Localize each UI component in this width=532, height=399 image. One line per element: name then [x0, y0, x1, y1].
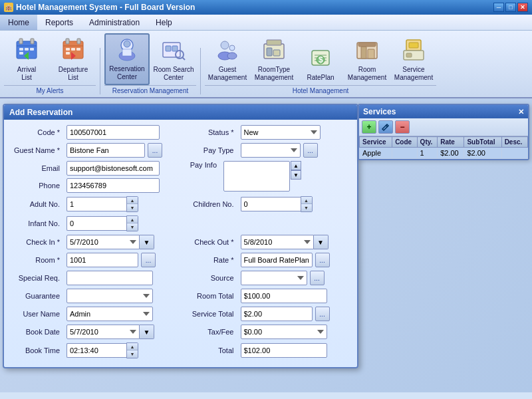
toolbar-rateplan[interactable]: $ RatePlan — [298, 33, 343, 85]
toolbar-arrival-list[interactable]: ArrivalList — [4, 33, 49, 85]
checkin-select[interactable]: 5/7/2010 — [66, 235, 140, 249]
email-input[interactable] — [66, 161, 160, 176]
toolbar-service-management[interactable]: ServiceManagement — [391, 33, 436, 85]
adult-no-spin-down[interactable]: ▼ — [127, 204, 138, 211]
book-time-label: Book Time — [11, 346, 64, 354]
toolbar-reservation-center[interactable]: ReservationCenter — [104, 33, 150, 85]
cell-subtotal: $2.00 — [464, 148, 501, 159]
pay-info-textarea[interactable] — [223, 161, 290, 192]
close-button[interactable]: ✕ — [517, 3, 528, 12]
col-subtotal: SubTotal — [464, 137, 501, 148]
add-reservation-dialog: Add Reservation Code * Status * New Conf… — [3, 104, 358, 368]
tax-fee-select[interactable]: $0.00$5.00 — [241, 325, 327, 339]
book-date-label: Book Date — [11, 328, 64, 336]
services-table: Service Code Qty. Rate SubTotal Desc. Ap… — [359, 136, 528, 159]
room-browse-button[interactable]: ... — [141, 253, 156, 267]
book-date-calendar-button[interactable]: ▼ — [140, 325, 154, 339]
menu-reports[interactable]: Reports — [37, 15, 81, 30]
room-total-label: Room Total — [185, 292, 238, 300]
guest-management-label: GuestManagement — [208, 66, 247, 82]
adult-no-spin-up[interactable]: ▲ — [127, 197, 138, 204]
pay-type-browse-button[interactable]: ... — [303, 143, 318, 158]
checkout-select[interactable]: 5/8/2010 — [241, 235, 314, 249]
form-row-email-payinfo: Email Phone Pay Info ▲ ▼ — [11, 161, 350, 193]
form-row-checkin-checkout: Check In * 5/7/2010 ▼ Check Out * 5/8/20… — [11, 235, 350, 249]
status-label: Status * — [185, 128, 238, 136]
book-date-select[interactable]: 5/7/2010 — [66, 325, 140, 339]
table-row[interactable]: Apple 1 $2.00 $2.00 — [360, 148, 528, 159]
services-close-button[interactable]: ✕ — [518, 108, 524, 116]
svg-rect-6 — [30, 48, 34, 51]
guest-name-label: Guest Name * — [11, 146, 64, 154]
code-input[interactable] — [66, 125, 160, 140]
children-no-input[interactable] — [241, 197, 301, 211]
checkout-calendar-button[interactable]: ▼ — [314, 235, 329, 249]
book-time-spin-down[interactable]: ▼ — [127, 350, 138, 358]
svg-rect-42 — [361, 47, 366, 59]
phone-input[interactable] — [66, 178, 160, 193]
form-row-room-rate: Room * ... Rate * ... — [11, 253, 350, 267]
menu-help[interactable]: Help — [148, 15, 180, 30]
pay-type-select[interactable]: CashCredit Card — [241, 143, 301, 158]
form-row-adult-children: Adult No. ▲ ▼ Children No. ▲ — [11, 196, 350, 212]
infant-no-input[interactable] — [66, 216, 126, 231]
main-content: Add Reservation Code * Status * New Conf… — [0, 98, 532, 392]
status-select[interactable]: New Confirmed Checked In Checked Out Can… — [241, 125, 321, 140]
pay-info-scroll-down[interactable]: ▼ — [291, 170, 301, 180]
source-label: Source — [185, 274, 238, 282]
menu-home[interactable]: Home — [0, 15, 37, 30]
source-browse-button[interactable]: ... — [310, 271, 325, 285]
services-toolbar: + − — [359, 118, 528, 136]
cell-rate: $2.00 — [438, 148, 464, 159]
maximize-button[interactable]: □ — [505, 3, 516, 12]
service-total-browse-button[interactable]: ... — [315, 307, 330, 321]
children-no-spin-down[interactable]: ▼ — [301, 204, 312, 211]
book-time-spin-up[interactable]: ▲ — [127, 343, 138, 350]
form-row-guest-paytype: Guest Name * ... Pay Type CashCredit Car… — [11, 143, 350, 158]
minimize-button[interactable]: ─ — [493, 3, 504, 12]
adult-no-input[interactable] — [66, 197, 126, 211]
toolbar-guest-management[interactable]: GuestManagement — [205, 33, 250, 85]
form-row-specialreq-source: Special Req. Source InternetWalk-in ... — [11, 271, 350, 285]
special-req-label: Special Req. — [11, 274, 64, 282]
guarantee-select[interactable]: Credit CardDeposit — [66, 289, 153, 303]
svg-rect-2 — [31, 39, 34, 44]
form-row-guarantee-roomtotal: Guarantee Credit CardDeposit Room Total — [11, 289, 350, 303]
children-no-label: Children No. — [185, 200, 238, 208]
children-no-spin-up[interactable]: ▲ — [301, 197, 312, 204]
col-qty: Qty. — [417, 137, 438, 148]
toolbar-roomtype-management[interactable]: RoomTypeManagement — [251, 33, 297, 85]
room-input[interactable] — [66, 253, 138, 267]
room-management-icon — [354, 37, 380, 63]
source-select[interactable]: InternetWalk-in — [241, 271, 307, 285]
guest-browse-button[interactable]: ... — [148, 143, 162, 158]
special-req-input[interactable] — [66, 271, 153, 285]
svg-rect-32 — [267, 40, 281, 45]
pay-info-scroll-up[interactable]: ▲ — [291, 161, 301, 170]
svg-line-26 — [182, 57, 185, 60]
service-management-label: ServiceManagement — [394, 66, 433, 82]
services-delete-button[interactable]: − — [395, 120, 410, 134]
guest-name-input[interactable] — [66, 143, 145, 158]
checkin-calendar-button[interactable]: ▼ — [140, 235, 154, 249]
menu-administration[interactable]: Administration — [81, 15, 148, 30]
toolbar-room-search[interactable]: Room SearchCenter — [151, 33, 196, 85]
window-controls: ─ □ ✕ — [493, 3, 528, 12]
infant-no-spin-down[interactable]: ▼ — [127, 223, 138, 231]
toolbar-departure-list[interactable]: DepartureList — [51, 33, 96, 85]
rate-input[interactable] — [241, 253, 313, 267]
tax-fee-label: Tax/Fee — [185, 328, 238, 336]
reservation-mgmt-label: Reservation Management — [104, 85, 196, 94]
infant-no-spin-up[interactable]: ▲ — [127, 216, 138, 223]
toolbar-room-management[interactable]: RoomManagement — [344, 33, 390, 85]
user-name-select[interactable]: AdminManager — [66, 307, 153, 321]
reservation-center-label: ReservationCenter — [109, 65, 144, 81]
cell-desc — [501, 148, 527, 159]
service-management-icon — [400, 37, 427, 63]
rate-label: Rate * — [185, 256, 238, 264]
services-edit-button[interactable] — [378, 120, 393, 134]
services-add-button[interactable]: + — [362, 120, 376, 134]
departure-list-label: DepartureList — [59, 66, 88, 82]
rate-browse-button[interactable]: ... — [315, 253, 330, 267]
book-time-input[interactable] — [66, 343, 126, 358]
